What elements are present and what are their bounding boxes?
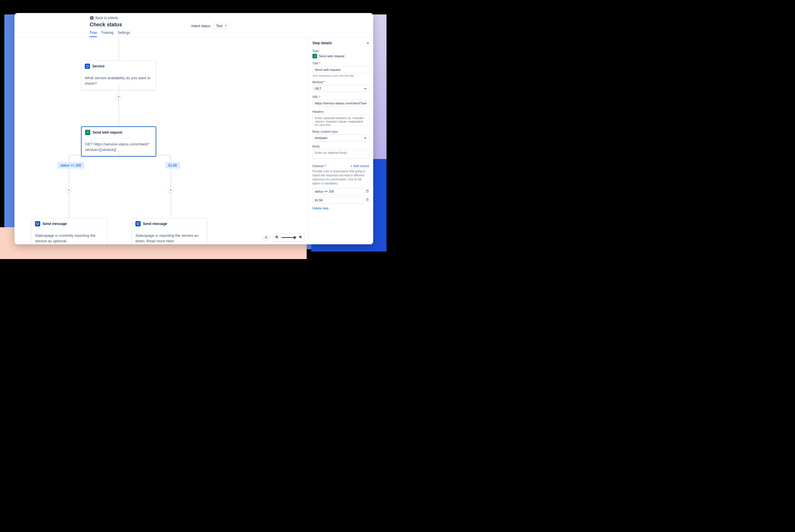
tab-settings[interactable]: Settings (117, 31, 130, 37)
node-send-message-right[interactable]: Send message Statuspage is reporting the… (132, 218, 207, 244)
flow-canvas[interactable]: Service What service availability do you… (15, 37, 373, 244)
body-input[interactable] (312, 149, 369, 158)
service-icon (85, 63, 90, 69)
connector (118, 85, 119, 127)
branch-label-status[interactable]: status == 200 (57, 162, 84, 169)
svg-rect-0 (87, 65, 89, 68)
connector (69, 243, 69, 244)
svg-rect-1 (36, 223, 39, 224)
svg-point-4 (266, 237, 266, 238)
node-title: Send message (42, 222, 67, 226)
zoom-slider[interactable] (281, 237, 296, 238)
choices-description: Provide a list of expressions that going… (312, 169, 369, 186)
bg-decor (0, 0, 387, 15)
connector (118, 151, 119, 155)
connector (72, 155, 171, 155)
plus-icon: + (350, 164, 352, 168)
connector (118, 37, 119, 60)
method-select[interactable]: GET (312, 85, 369, 92)
tabs: Flow Training Settings (90, 31, 310, 37)
arrow-left-icon: ← (90, 16, 94, 20)
connector (167, 155, 171, 158)
message-icon (35, 221, 40, 226)
zoom-out-button[interactable] (275, 235, 279, 240)
step-details-panel: Step details × Type Send web request Tit… (308, 37, 373, 244)
svg-rect-2 (137, 223, 139, 224)
connector (69, 155, 72, 158)
field-label-headers: Headers (312, 110, 369, 113)
node-body: Statuspage is currently reporting the se… (32, 230, 107, 244)
recenter-button[interactable] (263, 234, 270, 241)
node-body: Statuspage is reporting the service as d… (132, 230, 207, 244)
node-title: Send message (143, 222, 167, 226)
web-request-icon (312, 54, 317, 58)
zoom-controls (263, 233, 305, 242)
tab-flow[interactable]: Flow (90, 31, 97, 37)
choice-input[interactable] (312, 196, 364, 204)
back-label: Back to intents (95, 16, 118, 20)
node-title: Service (92, 64, 105, 68)
connector (171, 243, 171, 244)
web-request-icon (85, 130, 90, 135)
message-icon (135, 221, 141, 226)
title-input[interactable] (312, 66, 369, 73)
branch-label-else[interactable]: ELSE (165, 162, 180, 169)
field-label-url: URL (312, 95, 369, 99)
intent-status-select[interactable]: Test (214, 23, 228, 29)
page-header: ← Back to intents Check status Intent st… (15, 13, 373, 37)
back-to-intents-link[interactable]: ← Back to intents (90, 16, 310, 20)
title-hint: Your customers won't see this title. (312, 74, 369, 77)
url-input[interactable] (312, 100, 369, 107)
add-step-button[interactable]: + (66, 187, 72, 193)
panel-title: Step details (312, 41, 332, 45)
tab-training[interactable]: Training (101, 31, 113, 37)
intent-status: Intent status: Test (191, 23, 228, 29)
type-value: Send web request (319, 54, 345, 58)
field-label-title: Title (312, 62, 369, 65)
node-title: Send web request (93, 130, 123, 134)
node-send-message-left[interactable]: Send message Statuspage is currently rep… (31, 218, 107, 244)
delete-choice-button[interactable] (366, 189, 369, 194)
zoom-in-button[interactable] (299, 235, 302, 240)
body-content-type-select[interactable]: text/plain (312, 134, 369, 141)
headers-input[interactable] (312, 114, 369, 126)
field-label-body-content-type: Body content type (312, 130, 369, 133)
add-step-button[interactable]: + (116, 94, 122, 99)
add-step-button[interactable]: + (168, 187, 173, 193)
intent-status-label: Intent status: (191, 24, 211, 28)
app-window: ← Back to intents Check status Intent st… (15, 13, 373, 244)
svg-line-9 (301, 238, 302, 239)
add-choice-button[interactable]: + Add choice (350, 164, 369, 168)
field-label-choices: Choices (312, 165, 326, 168)
page-title: Check status (90, 22, 122, 28)
delete-step-link[interactable]: Delete step (312, 206, 369, 210)
choice-input[interactable] (312, 188, 364, 195)
field-label-type: Type (312, 50, 369, 53)
delete-choice-button[interactable] (366, 198, 369, 203)
field-label-body: Body (312, 145, 369, 148)
svg-line-6 (277, 238, 278, 239)
close-panel-button[interactable]: × (367, 41, 369, 45)
field-label-method: Method (312, 81, 369, 84)
